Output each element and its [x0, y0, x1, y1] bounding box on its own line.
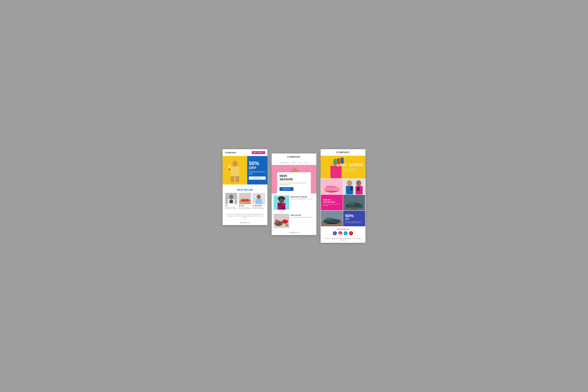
card3-follow-title: FOLLOW US: [322, 228, 364, 230]
svg-rect-66: [357, 187, 360, 191]
card3-company: COMPANY: [321, 149, 365, 156]
card1-company: COMPANY: [225, 151, 237, 154]
card1-body-text: Lorem ipsum is simply dummy text of the …: [223, 212, 267, 220]
card1-footer: www.fashion.com: [223, 220, 267, 225]
card2-hero-desc: Lorem Ipsum is simply dummy text of the …: [279, 182, 309, 185]
svg-point-63: [356, 180, 361, 186]
card3-follow-section: FOLLOW US f ◎ 𝕏 P: [321, 226, 365, 236]
card2-nav-shop[interactable]: SHOP: [292, 162, 296, 164]
card3-discount-big: 50%: [345, 214, 354, 218]
card1-product-accessories: ACCESSORIES Lorem ipsum is simply dummy …: [252, 193, 265, 209]
card3-grid-dark-shoes: [343, 195, 365, 210]
card1-bestseller-title: BEST SELLER: [225, 188, 265, 191]
card3-discount-desc: Lorem ipsum is simply dummy text of the …: [345, 221, 363, 223]
card1-accessories-name: ACCESSORIES: [252, 205, 265, 206]
card3-grid-sneakers: [321, 179, 343, 194]
card2-hero-overlay: NEWSEASON Lorem Ipsum is simply dummy te…: [277, 172, 311, 194]
card1-hero-text: 50% OFF The great year end sale is back!…: [247, 156, 267, 184]
card1-product-top: TOP Lorem ipsum is simply dummy text of …: [225, 193, 238, 209]
card1-discount: 50%: [249, 161, 266, 166]
card3-grid-dark-shoes2: [321, 211, 343, 226]
card1-desc: The great year end sale is back!: [249, 171, 266, 175]
card2-section1-content: BEAUTIFUL DESIGN Lorem Ipsum is simply d…: [291, 196, 313, 210]
svg-rect-55: [334, 160, 337, 165]
card2-section1-img: [274, 196, 289, 210]
card2-nav-new-arrival[interactable]: NEW ARRIVAL: [280, 162, 289, 164]
svg-rect-3: [237, 167, 241, 169]
svg-rect-71: [346, 208, 362, 209]
svg-point-61: [347, 180, 352, 186]
card2-section2-title: NEW COLOR: [291, 214, 313, 216]
card1-badge: NEW ARRIVAL: [252, 151, 265, 154]
svg-rect-36: [278, 203, 281, 206]
email-card-3: COMPANY LAST OFFER SHOP NOW: [321, 149, 365, 243]
card2-section2-desc: Lorem Ipsum is simply dummy text of the …: [291, 216, 313, 218]
svg-rect-37: [281, 203, 285, 206]
card3-product-grid: SIMILARCOLLECTION Lorem Ipsum is simply …: [321, 178, 365, 226]
svg-point-49: [286, 224, 288, 226]
card3-similar-collection: SIMILARCOLLECTION Lorem Ipsum is simply …: [321, 195, 343, 210]
card1-top-desc: Lorem ipsum is simply dummy text of the …: [225, 207, 238, 209]
card2-section-2: NEW COLOR Lorem Ipsum is simply dummy te…: [272, 212, 316, 230]
svg-rect-4: [228, 165, 230, 168]
main-container: COMPANY NEW ARRIVAL: [223, 149, 365, 243]
card3-discount-off: OFF: [345, 218, 363, 220]
card1-welcome: WELCOME TO COMPANY: [223, 184, 267, 188]
card1-bottom-desc: Lorem ipsum is simply dummy text of the …: [239, 207, 251, 209]
card2-explore-button[interactable]: EXPLORE: [279, 187, 293, 191]
card2-section-1: BEAUTIFUL DESIGN Lorem Ipsum is simply d…: [272, 194, 316, 212]
card1-products: TOP Lorem ipsum is simply dummy text of …: [225, 193, 265, 209]
card2-new-season-title: NEWSEASON: [279, 174, 309, 181]
card1-product-bottom: BOTTOM Lorem ipsum is simply dummy text …: [239, 193, 251, 209]
card1-product-bottom-img: [239, 193, 251, 204]
email-card-2: COMPANY NEW ARRIVAL SHOP SALE CART: [272, 154, 316, 235]
card3-collection-desc: Lorem Ipsum is simply dummy text of the …: [323, 204, 341, 206]
card1-bestseller-section: BEST SELLER TOP Lorem ipsu: [223, 188, 267, 212]
card1-top-name: TOP: [225, 205, 238, 206]
card3-hero-text: LAST OFFER SHOP NOW: [337, 163, 363, 172]
card1-product-top-img: [225, 193, 238, 204]
svg-rect-5: [229, 168, 230, 170]
card1-accessories-desc: Lorem ipsum is simply dummy text of the …: [252, 207, 265, 209]
pinterest-icon[interactable]: P: [349, 231, 353, 235]
card2-nav-sale[interactable]: SALE: [298, 162, 302, 164]
card2-section1-desc: Lorem Ipsum is simply dummy text of the …: [291, 198, 313, 200]
card1-bottom-name: BOTTOM: [239, 205, 251, 206]
card1-product-accessories-img: [252, 193, 265, 204]
card2-section1-title: BEAUTIFUL DESIGN: [291, 196, 313, 198]
svg-rect-17: [245, 200, 250, 201]
card3-last-offer: LAST OFFER: [337, 163, 363, 167]
svg-rect-43: [275, 220, 278, 223]
svg-rect-6: [231, 176, 234, 182]
svg-point-19: [257, 194, 261, 199]
card1-shop-button[interactable]: SHOP NOW: [249, 176, 266, 180]
facebook-icon[interactable]: f: [333, 231, 337, 235]
instagram-icon[interactable]: ◎: [338, 231, 342, 235]
card3-hero: LAST OFFER SHOP NOW: [321, 156, 365, 178]
card2-hero: NEWSEASON Lorem Ipsum is simply dummy te…: [272, 165, 316, 194]
card3-grid-friends: [343, 179, 365, 194]
card3-shop-button[interactable]: SHOP NOW: [343, 168, 356, 172]
svg-rect-38: [278, 206, 281, 210]
svg-point-34: [279, 196, 284, 198]
svg-rect-11: [230, 200, 233, 203]
card3-footer: Neque porro quisquam est qui dolorem ips…: [321, 236, 365, 243]
card1-header: COMPANY NEW ARRIVAL: [223, 149, 267, 156]
card1-off: OFF: [249, 166, 266, 170]
card2-footer: www.fashion.com: [272, 230, 316, 235]
card2-nav: NEW ARRIVAL SHOP SALE CART: [272, 161, 316, 165]
svg-rect-39: [281, 206, 285, 210]
svg-rect-20: [256, 199, 262, 204]
svg-point-0: [232, 161, 238, 167]
card3-discount-section: 50% OFF Lorem ipsum is simply dummy text…: [343, 211, 365, 226]
card2-nav-cart[interactable]: CART: [305, 162, 308, 164]
card1-hero-image: [223, 156, 247, 184]
card3-social-icons: f ◎ 𝕏 P: [322, 231, 364, 235]
card2-section2-img: [274, 214, 289, 228]
card3-collection-title: SIMILARCOLLECTION: [323, 199, 341, 203]
svg-point-9: [229, 194, 233, 199]
card2-section2-content: NEW COLOR Lorem Ipsum is simply dummy te…: [291, 214, 313, 228]
twitter-icon[interactable]: 𝕏: [344, 231, 348, 235]
card1-hero: 50% OFF The great year end sale is back!…: [223, 156, 267, 184]
svg-rect-7: [236, 176, 239, 182]
